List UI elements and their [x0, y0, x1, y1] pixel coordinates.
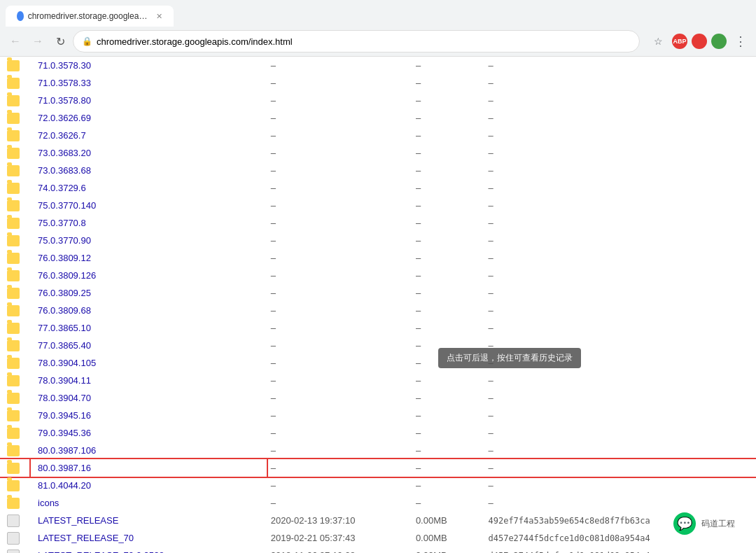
file-link[interactable]: 81.0.4044.20: [38, 480, 91, 491]
file-name-cell[interactable]: 76.0.3809.126: [31, 267, 267, 284]
file-link[interactable]: 80.0.3987.16: [38, 463, 91, 473]
file-link[interactable]: LATEST_RELEASE_70.0.3538: [38, 550, 164, 553]
folder-icon: [7, 340, 20, 351]
table-row[interactable]: 76.0.3809.12–––: [0, 249, 756, 267]
reload-button[interactable]: ↻: [50, 31, 70, 51]
file-link[interactable]: 76.0.3809.12: [38, 253, 91, 263]
file-name-cell[interactable]: LATEST_RELEASE_70.0.3538: [31, 547, 267, 553]
file-link[interactable]: 71.0.3578.80: [38, 95, 91, 106]
table-row[interactable]: LATEST_RELEASE2020-02-13 19:37:100.00MB4…: [0, 512, 756, 529]
file-link[interactable]: 75.0.3770.140: [38, 200, 96, 211]
file-name-cell[interactable]: 80.0.3987.16: [31, 459, 267, 477]
file-name-cell[interactable]: 72.0.3626.69: [31, 109, 267, 127]
table-row[interactable]: 73.0.3683.20–––: [0, 144, 756, 162]
file-link[interactable]: 79.0.3945.16: [38, 410, 91, 421]
file-name-cell[interactable]: 79.0.3945.16: [31, 407, 267, 424]
file-link[interactable]: LATEST_RELEASE_70: [38, 533, 134, 543]
file-name-cell[interactable]: 71.0.3578.30: [31, 57, 267, 74]
file-link[interactable]: 72.0.3626.69: [38, 113, 91, 123]
file-link[interactable]: 73.0.3683.20: [38, 148, 91, 158]
file-link[interactable]: 76.0.3809.25: [38, 288, 91, 298]
table-row[interactable]: 78.0.3904.105–––: [0, 354, 756, 372]
file-name-cell[interactable]: 77.0.3865.40: [31, 337, 267, 354]
file-name-cell[interactable]: 75.0.3770.90: [31, 232, 267, 249]
file-name-cell[interactable]: 71.0.3578.80: [31, 92, 267, 109]
file-name-cell[interactable]: 78.0.3904.70: [31, 389, 267, 407]
table-row[interactable]: 78.0.3904.11–––: [0, 372, 756, 389]
file-name-cell[interactable]: 73.0.3683.20: [31, 144, 267, 162]
file-link[interactable]: 78.0.3904.70: [38, 393, 91, 403]
table-row[interactable]: 76.0.3809.25–––: [0, 284, 756, 302]
file-link[interactable]: 76.0.3809.68: [38, 305, 91, 316]
table-row[interactable]: 75.0.3770.8–––: [0, 214, 756, 232]
extension-icon-2[interactable]: [711, 34, 727, 49]
file-link[interactable]: icons: [38, 498, 59, 508]
file-name-cell[interactable]: 76.0.3809.68: [31, 302, 267, 319]
file-name-cell[interactable]: 76.0.3809.25: [31, 284, 267, 302]
file-link[interactable]: 71.0.3578.30: [38, 60, 91, 71]
table-row[interactable]: 79.0.3945.16–––: [0, 407, 756, 424]
file-name-cell[interactable]: 78.0.3904.11: [31, 372, 267, 389]
file-link[interactable]: 76.0.3809.126: [38, 270, 96, 281]
active-tab[interactable]: chromedriver.storage.googleapis.com/inde…: [6, 6, 174, 27]
file-name-cell[interactable]: 71.0.3578.33: [31, 74, 267, 92]
file-link[interactable]: 79.0.3945.36: [38, 428, 91, 438]
file-link[interactable]: 78.0.3904.11: [38, 375, 91, 386]
address-bar[interactable]: 🔒 chromedriver.storage.googleapis.com/in…: [73, 30, 640, 52]
file-link[interactable]: 71.0.3578.33: [38, 78, 91, 88]
file-name-cell[interactable]: LATEST_RELEASE: [31, 512, 267, 529]
table-row[interactable]: 72.0.3626.7–––: [0, 127, 756, 144]
file-name-cell[interactable]: 73.0.3683.68: [31, 162, 267, 179]
file-name-cell[interactable]: 80.0.3987.106: [31, 442, 267, 459]
file-name-cell[interactable]: 79.0.3945.36: [31, 424, 267, 442]
file-link[interactable]: 75.0.3770.90: [38, 235, 91, 246]
table-row[interactable]: 75.0.3770.90–––: [0, 232, 756, 249]
file-name-cell[interactable]: 75.0.3770.140: [31, 197, 267, 214]
extension-icon-1[interactable]: [692, 34, 707, 49]
table-row[interactable]: LATEST_RELEASE_70.0.35382018-11-06 07:19…: [0, 547, 756, 553]
file-link[interactable]: 77.0.3865.40: [38, 340, 91, 351]
table-row[interactable]: 74.0.3729.6–––: [0, 179, 756, 197]
file-link[interactable]: 74.0.3729.6: [38, 183, 86, 193]
table-row[interactable]: 76.0.3809.126–––: [0, 267, 756, 284]
table-row[interactable]: 77.0.3865.40–––: [0, 337, 756, 354]
bookmark-star-icon[interactable]: ☆: [648, 31, 668, 51]
file-name-cell[interactable]: 78.0.3904.105: [31, 354, 267, 372]
table-row[interactable]: 73.0.3683.68–––: [0, 162, 756, 179]
file-name-cell[interactable]: 76.0.3809.12: [31, 249, 267, 267]
table-row[interactable]: 77.0.3865.10–––: [0, 319, 756, 337]
chrome-menu-button[interactable]: ⋮: [731, 31, 750, 51]
table-row[interactable]: 71.0.3578.33–––: [0, 74, 756, 92]
file-name-cell[interactable]: icons: [31, 494, 267, 512]
file-link[interactable]: 78.0.3904.105: [38, 358, 96, 368]
table-row[interactable]: 76.0.3809.68–––: [0, 302, 756, 319]
file-name-cell[interactable]: 75.0.3770.8: [31, 214, 267, 232]
back-button[interactable]: ←: [6, 31, 25, 51]
file-link[interactable]: 73.0.3683.68: [38, 165, 91, 176]
adblock-plus-icon[interactable]: ABP: [672, 34, 687, 49]
table-row[interactable]: 71.0.3578.30–––: [0, 57, 756, 74]
file-name-cell[interactable]: 81.0.4044.20: [31, 477, 267, 494]
file-name-cell[interactable]: 77.0.3865.10: [31, 319, 267, 337]
table-row[interactable]: LATEST_RELEASE_702019-02-21 05:37:430.00…: [0, 529, 756, 547]
file-link[interactable]: 80.0.3987.106: [38, 445, 96, 456]
table-row[interactable]: 71.0.3578.80–––: [0, 92, 756, 109]
tab-close-button[interactable]: ✕: [156, 12, 162, 21]
file-listing-area[interactable]: 71.0.3578.30–––71.0.3578.33–––71.0.3578.…: [0, 57, 756, 553]
file-name-cell[interactable]: 74.0.3729.6: [31, 179, 267, 197]
file-link[interactable]: LATEST_RELEASE: [38, 515, 118, 526]
file-link[interactable]: 72.0.3626.7: [38, 130, 86, 141]
table-row[interactable]: 81.0.4044.20–––: [0, 477, 756, 494]
table-row[interactable]: 79.0.3945.36–––: [0, 424, 756, 442]
table-row[interactable]: 75.0.3770.140–––: [0, 197, 756, 214]
file-link[interactable]: 75.0.3770.8: [38, 218, 86, 228]
table-row[interactable]: 72.0.3626.69–––: [0, 109, 756, 127]
table-row[interactable]: 78.0.3904.70–––: [0, 389, 756, 407]
file-link[interactable]: 77.0.3865.10: [38, 323, 91, 333]
table-row[interactable]: 80.0.3987.16–––: [0, 459, 756, 477]
file-name-cell[interactable]: 72.0.3626.7: [31, 127, 267, 144]
table-row[interactable]: 80.0.3987.106–––: [0, 442, 756, 459]
forward-button[interactable]: →: [28, 31, 48, 51]
table-row[interactable]: icons–––: [0, 494, 756, 512]
file-name-cell[interactable]: LATEST_RELEASE_70: [31, 529, 267, 547]
